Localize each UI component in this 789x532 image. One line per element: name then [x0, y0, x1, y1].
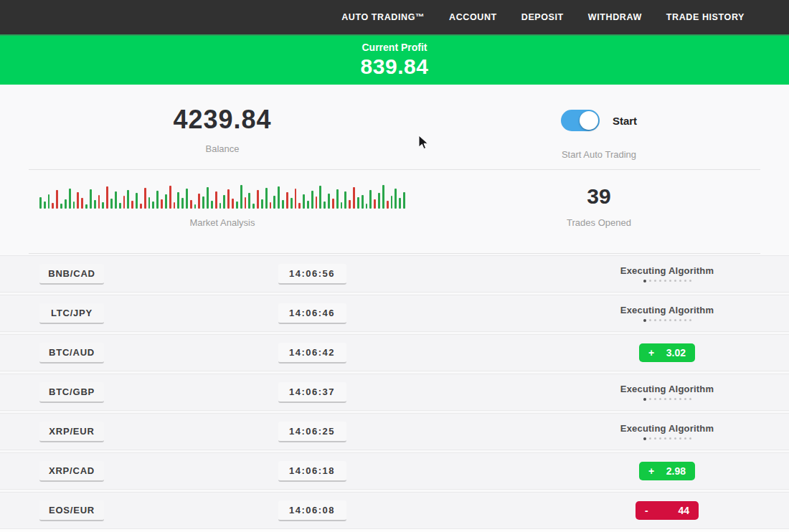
green-bar: [48, 194, 50, 209]
auto-trading-block: Start Start Auto Trading: [445, 105, 753, 169]
pair-badge[interactable]: XRP/EUR: [39, 422, 104, 442]
executing-algorithm-label: Executing Algorithm: [595, 265, 739, 276]
current-profit-label: Current Profit: [362, 42, 427, 53]
executing-algorithm-label: Executing Algorithm: [595, 305, 739, 315]
green-bar: [328, 194, 330, 209]
balance-section: 4239.84 Balance Start Start Auto Trading: [0, 85, 789, 169]
red-bar: [298, 203, 301, 209]
red-bar: [77, 192, 79, 209]
nav-item-withdraw[interactable]: WITHDRAW: [588, 12, 642, 22]
red-bar: [161, 199, 163, 209]
market-analysis-block: Market Analysis: [0, 181, 445, 243]
time-badge: 14:06:56: [278, 264, 346, 285]
divider: [29, 253, 760, 254]
toggle-label: Start: [613, 115, 637, 127]
status-cell: Executing Algorithm: [595, 265, 739, 282]
time-badge: 14:06:46: [278, 303, 346, 324]
red-bar: [353, 187, 355, 209]
green-bar: [127, 190, 129, 209]
green-bar: [366, 204, 368, 209]
green-bar: [303, 194, 305, 209]
green-bar: [236, 201, 238, 209]
red-bar: [190, 200, 192, 209]
result-value: 2.98: [666, 465, 686, 477]
green-bar: [110, 199, 113, 209]
status-cell: +2.98: [595, 462, 739, 480]
red-bar: [169, 186, 171, 209]
red-bar: [374, 199, 376, 209]
green-bar: [362, 195, 364, 209]
green-bar: [136, 193, 138, 209]
balance-block: 4239.84 Balance: [0, 105, 445, 169]
current-profit-value: 839.84: [361, 54, 429, 79]
green-bar: [39, 197, 42, 209]
green-bar: [148, 197, 151, 209]
green-bar: [357, 197, 359, 209]
executing-algorithm-label: Executing Algorithm: [595, 384, 739, 394]
progress-dots: [595, 437, 739, 440]
progress-dots: [595, 280, 739, 282]
pair-badge[interactable]: BTC/AUD: [39, 343, 104, 364]
status-cell: +3.02: [595, 343, 739, 362]
pair-badge[interactable]: BNB/CAD: [39, 264, 104, 285]
green-bar: [152, 201, 154, 209]
green-bar: [94, 200, 96, 209]
green-bar: [85, 204, 88, 209]
green-bar: [44, 201, 46, 209]
green-bar: [186, 189, 188, 209]
red-bar: [198, 194, 200, 209]
green-bar: [336, 189, 339, 209]
main-content: 4239.84 Balance Start Start Auto Trading…: [0, 85, 789, 529]
green-bar: [341, 202, 343, 209]
executing-algorithm-label: Executing Algorithm: [595, 423, 739, 434]
red-bar: [215, 191, 217, 209]
green-bar: [403, 192, 405, 209]
green-bar: [399, 198, 401, 209]
nav-item-deposit[interactable]: DEPOSIT: [521, 12, 564, 22]
green-bar: [156, 191, 159, 209]
table-row: LTC/JPY 14:06:46 Executing Algorithm: [0, 295, 789, 332]
green-bar: [207, 187, 209, 209]
green-bar: [202, 196, 204, 209]
trades-opened-label: Trades Opened: [445, 217, 753, 228]
green-bar: [102, 202, 104, 209]
pair-badge[interactable]: XRP/CAD: [39, 461, 104, 482]
time-badge: 14:06:08: [278, 500, 346, 521]
table-row: BTC/GBP 14:06:37 Executing Algorithm: [0, 374, 789, 411]
red-bar: [140, 204, 142, 209]
red-bar: [52, 203, 54, 209]
nav-item-trade-history[interactable]: TRADE HISTORY: [666, 12, 745, 22]
nav-item-auto-trading[interactable]: AUTO TRADING™: [341, 12, 425, 22]
trades-opened-value: 39: [445, 184, 753, 209]
green-bar: [311, 191, 313, 209]
green-bar: [282, 200, 284, 209]
toggle-knob-icon: [580, 111, 598, 130]
sign: -: [645, 505, 648, 516]
red-bar: [98, 195, 100, 209]
market-section: Market Analysis 39 Trades Opened: [0, 170, 789, 243]
green-bar: [73, 201, 75, 209]
red-bar: [131, 201, 133, 209]
pair-badge[interactable]: LTC/JPY: [39, 303, 104, 324]
red-bar: [387, 201, 389, 209]
pair-badge[interactable]: BTC/GBP: [39, 382, 104, 403]
table-row: XRP/EUR 14:06:25 Executing Algorithm: [0, 413, 789, 450]
red-bar: [332, 199, 334, 209]
red-bar: [174, 202, 176, 209]
green-bar: [344, 191, 346, 209]
result-value: 3.02: [666, 347, 686, 358]
status-cell: -44: [595, 501, 739, 520]
red-bar: [56, 190, 58, 209]
auto-trading-toggle[interactable]: [561, 110, 600, 131]
table-row: EOS/EUR 14:06:08 -44: [0, 492, 789, 529]
green-bar: [90, 189, 92, 209]
red-bar: [106, 186, 108, 209]
red-bar: [316, 196, 318, 209]
pair-badge[interactable]: EOS/EUR: [39, 500, 104, 521]
trades-opened-block: 39 Trades Opened: [445, 181, 753, 243]
green-bar: [378, 193, 380, 209]
time-badge: 14:06:25: [278, 422, 346, 442]
green-bar: [382, 185, 384, 209]
nav-item-account[interactable]: ACCOUNT: [449, 12, 497, 22]
green-bar: [219, 203, 222, 209]
